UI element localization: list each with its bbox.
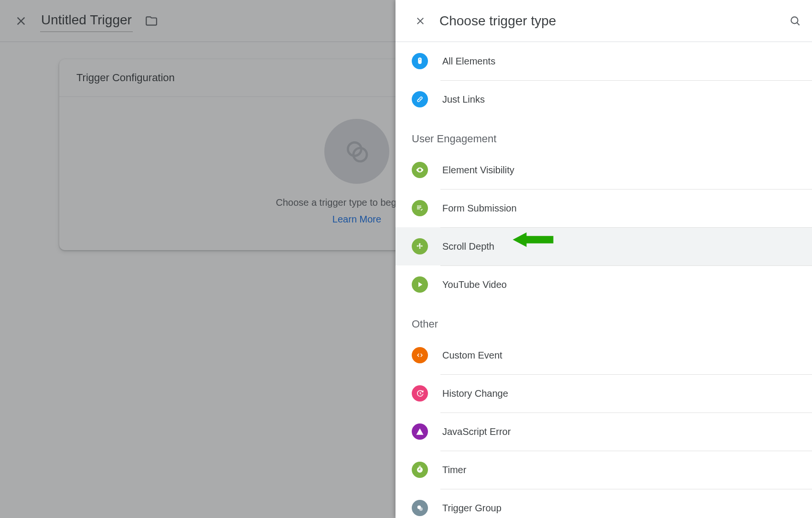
scroll-icon <box>412 238 428 254</box>
search-icon[interactable] <box>789 15 801 27</box>
timer-icon <box>412 462 428 478</box>
trigger-type-javascript-error[interactable]: JavaScript Error <box>395 412 812 451</box>
trigger-type-scroll-depth[interactable]: Scroll Depth <box>395 227 812 265</box>
svg-line-3 <box>797 22 799 25</box>
trigger-type-all-elements[interactable]: All Elements <box>395 42 812 80</box>
trigger-type-custom-event[interactable]: Custom Event <box>395 336 812 374</box>
trigger-type-label: JavaScript Error <box>442 426 511 437</box>
trigger-type-label: Just Links <box>442 94 485 105</box>
trigger-type-label: Timer <box>442 465 466 476</box>
drawer-title: Choose trigger type <box>439 13 776 29</box>
drawer-header: Choose trigger type <box>395 0 812 42</box>
trigger-type-label: YouTube Video <box>442 279 507 290</box>
play-icon <box>412 276 428 293</box>
trigger-type-label: Form Submission <box>442 203 517 214</box>
form-icon <box>412 200 428 216</box>
group-label: User Engagement <box>395 118 812 151</box>
trigger-type-list: All ElementsJust LinksUser EngagementEle… <box>395 42 812 518</box>
close-icon[interactable] <box>415 15 426 27</box>
code-icon <box>412 347 428 363</box>
eye-icon <box>412 162 428 178</box>
svg-point-5 <box>419 507 423 511</box>
trigger-type-history-change[interactable]: History Change <box>395 374 812 412</box>
trigger-type-label: All Elements <box>442 56 495 67</box>
mouse-icon <box>412 53 428 69</box>
trigger-type-label: Trigger Group <box>442 503 502 514</box>
choose-trigger-type-drawer: Choose trigger type All ElementsJust Lin… <box>395 0 812 518</box>
warn-icon <box>412 423 428 440</box>
trigger-type-form-submission[interactable]: Form Submission <box>395 189 812 227</box>
link-icon <box>412 91 428 107</box>
trigger-type-youtube-video[interactable]: YouTube Video <box>395 265 812 304</box>
trigger-type-label: Element Visibility <box>442 165 514 176</box>
trigger-type-timer[interactable]: Timer <box>395 451 812 489</box>
trigger-type-trigger-group[interactable]: Trigger Group <box>395 489 812 518</box>
history-icon <box>412 385 428 402</box>
svg-point-2 <box>791 17 798 23</box>
group-label: Other <box>395 304 812 336</box>
trigger-type-just-links[interactable]: Just Links <box>395 80 812 118</box>
trigger-type-label: History Change <box>442 388 508 399</box>
trigger-type-element-visibility[interactable]: Element Visibility <box>395 151 812 189</box>
trigger-type-label: Scroll Depth <box>442 241 494 252</box>
group-icon <box>412 500 428 516</box>
trigger-type-label: Custom Event <box>442 350 502 361</box>
